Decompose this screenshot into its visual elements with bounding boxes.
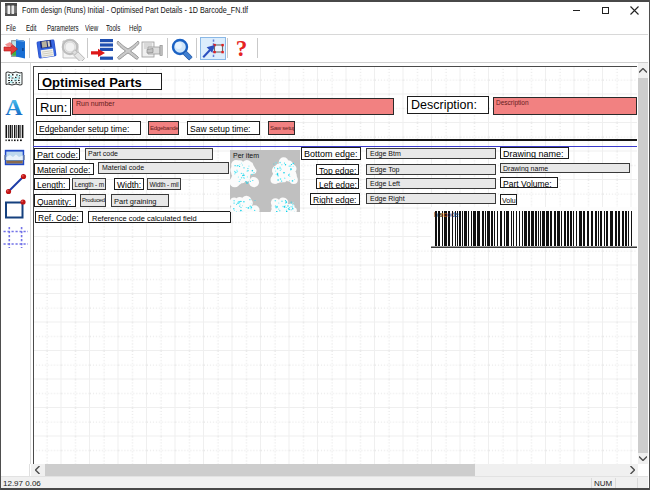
svg-text:Per item: Per item <box>233 152 259 159</box>
svg-text:ode: ode <box>447 211 459 218</box>
svg-text:A: A <box>5 95 23 117</box>
